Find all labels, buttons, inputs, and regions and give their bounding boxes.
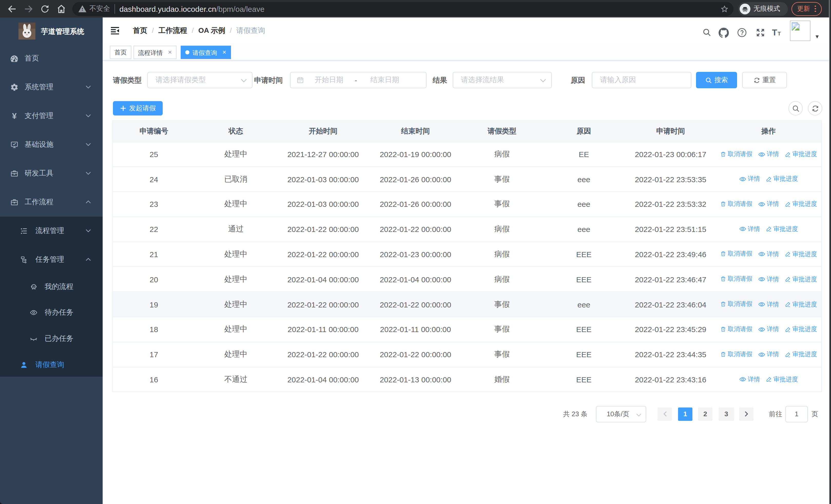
svg-text:¥: ¥ (12, 112, 17, 120)
svg-text:T: T (778, 31, 781, 36)
svg-text:T: T (772, 28, 777, 37)
